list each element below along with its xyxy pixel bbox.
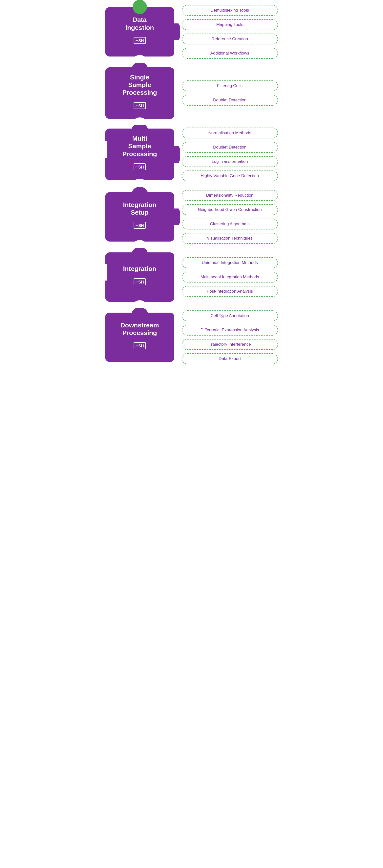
tag-pill-multi-sample-processing-0[interactable]: Normalisation Methods [182, 128, 278, 138]
main-container: Data Ingestion⌐SHDemultiplexing ToolsMap… [105, 5, 278, 364]
puzzle-body-integration: Integration⌐SH [105, 252, 174, 302]
puzzle-title: Integration [123, 265, 156, 273]
tag-pill-downstream-processing-1[interactable]: Differential Expression Analysis [182, 325, 278, 336]
puzzle-left-notch [99, 141, 107, 158]
logo-slash-icon: ⌐ [136, 279, 139, 284]
tag-pill-single-sample-processing-0[interactable]: Filtering Cells [182, 81, 278, 91]
tag-pill-multi-sample-processing-1[interactable]: Doublet Detection [182, 142, 278, 153]
puzzle-top-tab [131, 247, 148, 255]
tag-pill-data-ingestion-0[interactable]: Demultiplexing Tools [182, 5, 278, 16]
tag-pill-integration-0[interactable]: Unimodal Integration Methods [182, 257, 278, 268]
logo-slash-icon: ⌐ [136, 164, 139, 169]
logo-text: SH [138, 224, 144, 228]
section-data-ingestion: Data Ingestion⌐SHDemultiplexing ToolsMap… [105, 5, 278, 59]
top-circle-decoration [132, 0, 147, 14]
logo-text: SH [138, 280, 144, 284]
vsh-logo: ⌐SH [134, 222, 146, 229]
section-integration: Integration⌐SHUnimodal Integration Metho… [105, 252, 278, 302]
tag-pill-data-ingestion-3[interactable]: Additional Workflows [182, 48, 278, 59]
puzzle-title: Single Sample Processing [122, 73, 157, 97]
puzzle-single-sample-processing[interactable]: Single Sample Processing⌐SH [105, 67, 174, 119]
logo-slash-icon: ⌐ [136, 223, 139, 228]
puzzle-title: Multi Sample Processing [122, 135, 157, 158]
puzzle-integration-setup[interactable]: Integration Setup⌐SH [105, 192, 174, 242]
tags-column-integration-setup: Dimensionality ReductionNeighborhood Gra… [174, 190, 278, 244]
tag-pill-single-sample-processing-1[interactable]: Doublet Detection [182, 95, 278, 105]
puzzle-body-downstream-processing: Downstream Processing⌐SH [105, 313, 174, 362]
logo-slash-icon: ⌐ [136, 343, 139, 348]
section-integration-setup: Integration Setup⌐SHDimensionality Reduc… [105, 190, 278, 244]
tag-pill-multi-sample-processing-2[interactable]: Log Transformation [182, 156, 278, 167]
tag-pill-integration-setup-0[interactable]: Dimensionality Reduction [182, 190, 278, 201]
puzzle-right-tab [172, 24, 180, 40]
puzzle-body-integration-setup: Integration Setup⌐SH [105, 192, 174, 242]
puzzle-title: Data Ingestion [125, 16, 154, 31]
section-multi-sample-processing: Multi Sample Processing⌐SHNormalisation … [105, 128, 278, 181]
puzzle-downstream-processing[interactable]: Downstream Processing⌐SH [105, 313, 174, 362]
puzzle-multi-sample-processing[interactable]: Multi Sample Processing⌐SH [105, 128, 174, 180]
puzzle-body-multi-sample-processing: Multi Sample Processing⌐SH [105, 128, 174, 180]
puzzle-title: Integration Setup [123, 201, 156, 216]
tags-column-downstream-processing: Cell Type AnnotationDifferential Express… [174, 310, 278, 364]
tag-pill-integration-1[interactable]: Multimodal Integration Methods [182, 272, 278, 282]
section-downstream-processing: Downstream Processing⌐SHCell Type Annota… [105, 310, 278, 364]
vsh-logo: ⌐SH [134, 278, 146, 285]
puzzle-right-tab [172, 146, 180, 163]
tag-pill-downstream-processing-0[interactable]: Cell Type Annotation [182, 310, 278, 321]
puzzle-data-ingestion[interactable]: Data Ingestion⌐SH [105, 7, 174, 57]
tag-pill-integration-setup-1[interactable]: Neighborhood Graph Construction [182, 204, 278, 215]
puzzle-integration[interactable]: Integration⌐SH [105, 252, 174, 302]
puzzle-title: Downstream Processing [120, 321, 159, 337]
tag-pill-multi-sample-processing-3[interactable]: Highly Variable Gene Detection [182, 170, 278, 181]
vsh-logo: ⌐SH [134, 342, 146, 349]
puzzle-right-tab [172, 209, 180, 225]
vsh-logo: ⌐SH [134, 37, 146, 44]
tag-pill-downstream-processing-3[interactable]: Data Export [182, 353, 278, 364]
tags-column-single-sample-processing: Filtering CellsDoublet Detection [174, 81, 278, 105]
section-single-sample-processing: Single Sample Processing⌐SHFiltering Cel… [105, 67, 278, 119]
puzzle-top-tab [131, 62, 148, 70]
tags-column-integration: Unimodal Integration MethodsMultimodal I… [174, 257, 278, 297]
vsh-logo: ⌐SH [134, 163, 146, 170]
tag-pill-integration-setup-3[interactable]: Visualisation Techniques [182, 233, 278, 244]
puzzle-top-tab [131, 307, 148, 315]
puzzle-top-tab [131, 187, 148, 195]
puzzle-left-notch [99, 264, 107, 281]
puzzle-body-data-ingestion: Data Ingestion⌐SH [105, 7, 174, 57]
puzzle-body-single-sample-processing: Single Sample Processing⌐SH [105, 67, 174, 119]
vsh-logo: ⌐SH [134, 102, 146, 109]
tag-pill-data-ingestion-1[interactable]: Mapping Tools [182, 19, 278, 30]
tag-pill-integration-2[interactable]: Post-Integration Analysis [182, 286, 278, 297]
tag-pill-downstream-processing-2[interactable]: Trajectory Interference [182, 339, 278, 350]
logo-slash-icon: ⌐ [136, 103, 139, 108]
tags-column-data-ingestion: Demultiplexing ToolsMapping ToolsReferen… [174, 5, 278, 59]
logo-text: SH [138, 165, 144, 169]
logo-text: SH [138, 344, 144, 348]
tags-column-multi-sample-processing: Normalisation MethodsDoublet DetectionLo… [174, 128, 278, 181]
logo-text: SH [138, 104, 144, 108]
tag-pill-data-ingestion-2[interactable]: Reference Creation [182, 34, 278, 44]
logo-text: SH [138, 39, 144, 43]
logo-slash-icon: ⌐ [136, 38, 139, 43]
tag-pill-integration-setup-2[interactable]: Clustering Algorithms [182, 219, 278, 229]
